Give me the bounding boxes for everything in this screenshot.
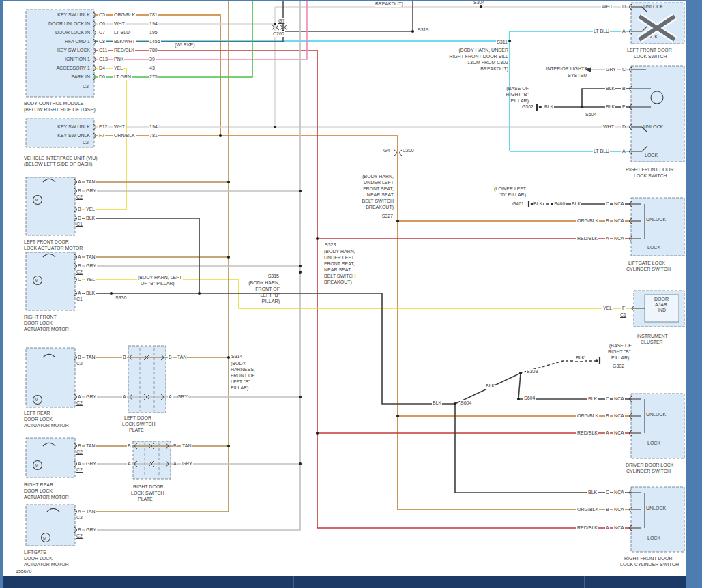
diagram-text: RIGHT FRONT DOOR [626,167,674,173]
diagram-text: GRY [85,188,97,194]
diagram-text: B [77,355,82,360]
splice-label: S604 [460,400,472,406]
diagram-text: FRONT OF [231,373,255,379]
component-label: ACTUATOR MOTOR [24,562,69,568]
splice-label: C2 [76,400,83,406]
diagram-text: YEL [113,65,123,71]
diagram-text: A [77,461,82,467]
connector-arc [394,150,397,156]
diagram-text: F7 [98,133,105,138]
splice-label: S314 [231,354,243,359]
diagram-text: NCA [613,507,625,512]
junction-dot [299,265,302,267]
splice-label: C7 [98,30,106,35]
junction-dot [316,237,319,240]
diagram-text: 194 [149,124,158,130]
diagram-text: PILLAR) [511,98,529,104]
diagram-text: RFA CMD 1 [65,39,90,44]
diagram-text: INSTRUMENT [637,334,668,339]
splice-label: C1 [76,222,83,227]
splice-label: C6 [98,21,106,27]
diagram-text: A [77,254,82,260]
diagram-text: DOOR LOCK [24,556,53,561]
splice-label: C11 [98,48,108,53]
junction-dot [396,415,399,417]
component-label: VEHICLE INTERFACE UNIT (VIU) [24,156,98,161]
diagram-text: F [621,306,626,311]
splice-label: C2 [76,194,83,200]
diagram-text: ACCESSORY 1 [56,65,90,71]
junction-dot [454,402,456,405]
diagram-text: A [122,394,127,400]
splice-label: S311 [496,40,508,45]
junction-dot [519,372,522,374]
diagram-text: TAN [181,443,192,449]
diagram-text: RED/BLK [113,48,135,53]
junction-dot [299,190,302,192]
diagram-text: PARK IN [72,74,91,80]
diagram-text: BREAKOUT) [366,205,394,210]
diagram-text: M [35,462,38,468]
wire-red [94,50,631,528]
diagram-text: M [35,278,38,283]
wiring-diagram-svg [3,1,686,576]
diagram-text: 780 [149,48,158,53]
diagram-text: NEAR SEAT [367,192,394,198]
diagram-text: B [605,218,610,224]
diagram-text: YEL [602,306,613,311]
component-label: PLATE [129,428,144,433]
diagram-text: DOOR LOCK [24,488,53,494]
component-label: ACTUATOR MOTOR [24,495,69,500]
diagram-text: (LOWER LEFT [494,186,526,192]
close-icon[interactable] [632,12,682,44]
diagram-text: TAN [85,254,96,260]
junction-dot [299,462,302,465]
component-label: SYSTEM [568,73,587,78]
junction-dot [227,181,230,183]
diagram-text: YEL [85,277,96,282]
diagram-text: RIGHT FRONT DOOR [624,556,673,561]
diagram-text: GRY [85,394,97,400]
diagram-text: BLK [85,216,96,221]
diagram-text: 275 [149,74,158,80]
diagram-text: IGNITION 1 [65,57,90,62]
junction-dot [227,356,230,359]
diagram-text: RIGHT DOOR [133,484,164,490]
junction-dot [396,220,399,222]
diagram-text: INTERIOR LIGHTS [546,66,587,72]
diagram-text: LOCK [645,153,658,158]
diagram-text: RIGHT "B" [506,92,529,98]
diagram-text: NCA [613,430,625,436]
diagram-text: NCA [613,236,625,241]
diagram-text: LEFT DOOR [124,415,151,421]
diagram-text: GRY [85,527,97,533]
diagram-text: A [621,29,626,34]
right-rear-door-lock-actuator-motor-box [26,438,75,477]
diagram-text: DOOR LOCK [24,417,53,422]
diagram-text: DOOR UNLOCK IN [48,21,90,27]
diagram-text: BLK [575,355,585,361]
junction-dot [227,256,230,259]
splice-label: C2 [76,533,83,539]
component-label: BELT SWITCH [362,199,394,204]
diagram-text: LIFTGATE [24,550,46,555]
diagram-text: A [173,461,177,467]
junction-dot [411,30,414,33]
junction-dot [581,106,583,108]
diagram-text: BREAKOUT) [375,1,404,7]
diagram-text: (BODY HARN, [248,280,280,286]
diagram-text: LEFT FRONT DOOR [627,48,672,53]
diagram-text: RIGHT "B" [608,349,630,355]
diagram-text: NCA [613,525,625,531]
diagram-text: BLK [432,400,442,406]
component-label: BELT SWITCH [324,274,355,279]
diagram-text: LEFT "B" [260,293,280,298]
diagram-text: TAN [85,179,96,185]
diagram-text: A [77,394,82,400]
component-label: PLATE [138,497,153,502]
diagram-text: RED/BLK [576,236,598,241]
diagram-text: WHT [601,4,613,10]
splice-label: C1 [76,297,83,302]
component-label: LOCK CYLINDER SWITCH [620,562,679,568]
diagram-text: HARNESS, [231,367,255,372]
